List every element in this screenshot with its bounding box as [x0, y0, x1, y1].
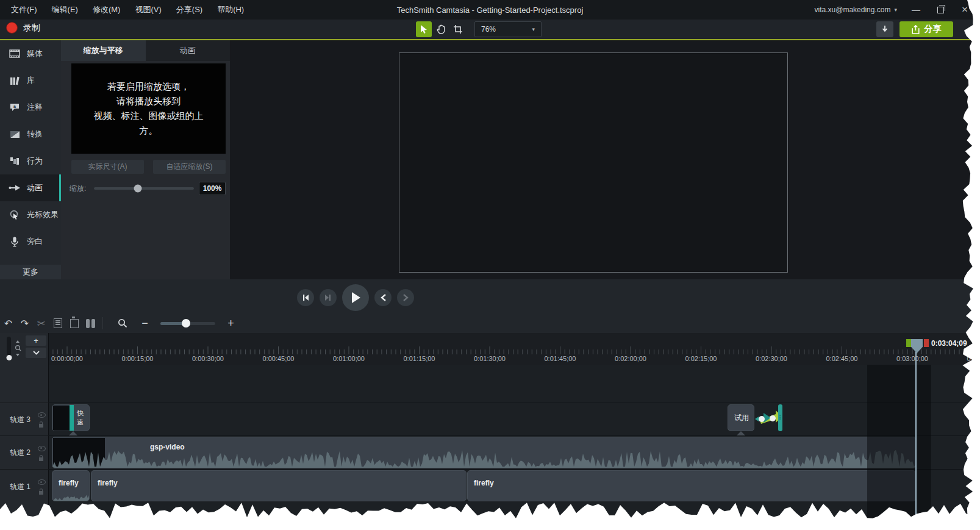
ruler-timestamp: 0:01:45;00: [545, 355, 576, 362]
scale-to-fit-button[interactable]: 自适应缩放(S): [153, 160, 226, 174]
share-button[interactable]: 分享: [900, 21, 953, 37]
track-height-handle[interactable]: [6, 355, 12, 360]
timeline-zoom-in-button[interactable]: +: [223, 315, 239, 331]
timeline-zoom-button[interactable]: [114, 315, 131, 331]
canvas-zoom-select[interactable]: 76% ▾: [474, 21, 542, 37]
timeline-body[interactable]: 快速试用gsp-videofireflyfireflyfirefly: [49, 365, 980, 530]
paste-button[interactable]: [66, 315, 82, 331]
select-tool-button[interactable]: [416, 21, 432, 37]
clip-快速[interactable]: 快速: [52, 404, 90, 431]
sidebar-item-media[interactable]: 媒体: [0, 40, 61, 67]
ruler-timestamp: 0:02:00;00: [615, 355, 646, 362]
animation-marker[interactable]: [69, 431, 77, 435]
hint-line: 方。: [71, 123, 226, 138]
step-back-button[interactable]: [297, 289, 314, 306]
record-button[interactable]: 录制: [6, 22, 40, 34]
prev-marker-button[interactable]: [374, 289, 392, 306]
minimize-button[interactable]: —: [904, 1, 928, 18]
cursor-fx-icon: [9, 210, 21, 220]
sidebar-item-transition[interactable]: 转换: [0, 121, 61, 148]
selection-out-handle[interactable]: [924, 339, 929, 347]
scale-slider-handle[interactable]: [134, 185, 142, 193]
sidebar-item-callout[interactable]: a注释: [0, 94, 61, 121]
timeline-zoom-slider[interactable]: [160, 322, 215, 325]
undo-button[interactable]: ↶: [0, 315, 16, 331]
split-button[interactable]: [82, 315, 99, 331]
lock-icon[interactable]: [39, 457, 43, 461]
clip-gsp-video[interactable]: gsp-video: [52, 437, 916, 468]
menu-item-2[interactable]: 修改(M): [87, 2, 127, 18]
add-track-button[interactable]: +: [26, 335, 46, 346]
export-local-button[interactable]: [876, 21, 893, 37]
menu-item-1[interactable]: 编辑(E): [46, 2, 84, 18]
copy-button[interactable]: [49, 315, 66, 331]
menu-item-3[interactable]: 视图(V): [129, 2, 167, 18]
playhead-line[interactable]: [915, 346, 917, 530]
close-button[interactable]: ×: [953, 1, 976, 18]
title-bar: 文件(F)编辑(E)修改(M)视图(V)分享(S)帮助(H) TechSmith…: [0, 0, 980, 20]
hint-line: 若要启用缩放选项，: [71, 79, 226, 94]
playback-bar: 03:04 / 03:04 30fps 属性: [0, 279, 980, 313]
step-forward-button[interactable]: [320, 289, 337, 306]
audio-waveform: [52, 449, 916, 468]
timeline-gutter: + 轨道 3轨道 2轨道 1: [0, 333, 49, 530]
sidebar-item-behavior[interactable]: 行为: [0, 148, 61, 174]
clip-firefly[interactable]: firefly: [467, 470, 916, 501]
sidebar-item-animation[interactable]: 动画: [0, 174, 61, 201]
record-label: 录制: [23, 23, 40, 34]
scale-value[interactable]: 100%: [199, 182, 226, 195]
menu-item-5[interactable]: 帮助(H): [211, 2, 250, 18]
restore-button[interactable]: [929, 1, 952, 18]
zoom-animation-arrow[interactable]: [755, 404, 783, 431]
timeline-zoom-handle[interactable]: [182, 319, 190, 328]
track-row-1[interactable]: fireflyfireflyfirefly: [49, 469, 980, 502]
track-row-2[interactable]: gsp-video: [49, 435, 980, 469]
sidebar-item-library[interactable]: 库: [0, 67, 61, 94]
ruler-timestamp: 0:03:15;00: [967, 355, 980, 362]
clip-firefly[interactable]: firefly: [52, 470, 90, 501]
lock-icon[interactable]: [39, 424, 43, 428]
menu-item-0[interactable]: 文件(F): [5, 2, 43, 18]
eye-icon[interactable]: [38, 412, 46, 418]
timeline-zoom-out-button[interactable]: −: [137, 315, 153, 331]
canvas-frame[interactable]: [399, 52, 788, 273]
next-marker-button[interactable]: [397, 289, 414, 306]
ruler-timestamp: 0:00:15;00: [122, 355, 154, 362]
sidebar-item-cursor-fx[interactable]: 光标效果: [0, 201, 61, 228]
sidebar-item-voice[interactable]: 旁白: [0, 228, 61, 255]
crop-tool-button[interactable]: [450, 21, 466, 37]
animation-marker[interactable]: [737, 431, 745, 435]
track-name: 轨道 1: [10, 481, 30, 492]
chevron-down-icon: ▾: [894, 7, 897, 13]
tab-zoom-n-pan[interactable]: 缩放与平移: [61, 40, 146, 61]
sidebar-more-button[interactable]: 更多: [0, 265, 61, 279]
redo-button[interactable]: ↷: [16, 315, 33, 331]
actual-size-button[interactable]: 实际尺寸(A): [71, 160, 144, 174]
clip-label: 快速: [77, 409, 89, 427]
eye-icon[interactable]: [38, 446, 46, 451]
play-button[interactable]: [342, 284, 369, 311]
clip-firefly[interactable]: firefly: [91, 470, 467, 501]
collapse-tracks-button[interactable]: [26, 348, 46, 358]
eye-icon[interactable]: [38, 479, 46, 485]
lock-icon[interactable]: [39, 491, 43, 495]
ruler-timestamp: 0:02:45;00: [826, 355, 858, 362]
account-menu[interactable]: vita.xu@makeding.com ▾: [809, 5, 903, 14]
clip-试用[interactable]: 试用: [728, 404, 754, 431]
hand-icon: [437, 24, 446, 34]
pan-tool-button[interactable]: [433, 21, 449, 37]
menu-item-4[interactable]: 分享(S): [170, 2, 209, 18]
canvas-zoom-value: 76%: [481, 25, 496, 34]
tab-animations[interactable]: 动画: [146, 40, 231, 61]
cut-button[interactable]: ✂: [33, 315, 49, 331]
track-row-3[interactable]: 快速试用: [49, 403, 980, 435]
track-height-slider[interactable]: [7, 337, 11, 361]
canvas-area[interactable]: [230, 40, 980, 279]
scale-slider[interactable]: [94, 187, 194, 190]
clip-label: 试用: [734, 413, 749, 423]
ruler-timestamp: 0:00:45;00: [263, 355, 295, 362]
timeline-ruler[interactable]: 0:00:00;000:00:15;000:00:30;000:00:45;00…: [49, 333, 980, 365]
sidebar-item-label: 媒体: [27, 48, 43, 59]
chevron-down-icon: [33, 351, 40, 355]
hint-line: 视频、标注、图像或组的上: [71, 109, 226, 123]
